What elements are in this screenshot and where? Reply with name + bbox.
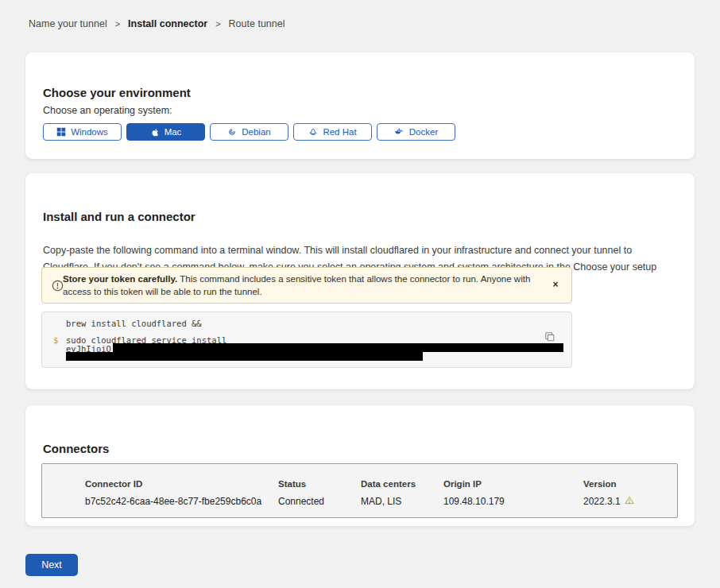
- header-version: Version: [583, 479, 617, 489]
- os-button-redhat[interactable]: Red Hat: [293, 123, 372, 141]
- os-button-debian[interactable]: Debian: [210, 123, 288, 141]
- connectors-table: Connector ID Status Data centers Origin …: [41, 463, 678, 518]
- os-button-mac[interactable]: Mac: [126, 123, 205, 141]
- token-warning-text: Store your token carefully. This command…: [63, 273, 544, 298]
- apple-icon: [150, 127, 160, 137]
- os-button-label: Red Hat: [323, 127, 356, 137]
- header-status: Status: [278, 479, 306, 489]
- redacted-token-bar: [66, 352, 423, 361]
- install-command-code-block: brew install cloudflared && $ sudo cloud…: [41, 311, 572, 368]
- header-data-centers: Data centers: [361, 479, 416, 489]
- origin-ip-value: 109.48.10.179: [443, 496, 505, 507]
- token-warning-title: Store your token carefully.: [63, 274, 177, 284]
- code-line-brew: brew install cloudflared &&: [66, 319, 202, 328]
- close-icon[interactable]: ×: [549, 278, 562, 291]
- os-button-label: Docker: [409, 127, 438, 137]
- version-number: 2022.3.1: [583, 496, 621, 507]
- breadcrumb-install-connector[interactable]: Install connector: [128, 18, 207, 29]
- status-badge: Connected: [278, 496, 324, 507]
- os-button-label: Mac: [165, 127, 182, 137]
- connectors-card: Connectors Connector ID Status Data cent…: [25, 405, 695, 526]
- header-origin-ip: Origin IP: [443, 479, 482, 489]
- alert-circle-icon: [52, 280, 64, 295]
- token-warning-banner: Store your token carefully. This command…: [41, 267, 572, 304]
- install-connector-card: Install and run a connector Copy-paste t…: [25, 173, 695, 389]
- install-card-title: Install and run a connector: [43, 210, 195, 223]
- os-button-docker[interactable]: Docker: [377, 123, 455, 141]
- copy-icon[interactable]: [543, 331, 557, 345]
- os-button-group: Windows Mac Debian Red Hat Docker: [43, 123, 455, 141]
- os-select-label: Choose an operating system:: [43, 105, 172, 116]
- header-connector-id: Connector ID: [85, 479, 142, 489]
- docker-icon: [394, 127, 405, 137]
- environment-card-title: Choose your environment: [43, 86, 191, 99]
- breadcrumb-route-tunnel[interactable]: Route tunnel: [229, 18, 285, 29]
- version-value: 2022.3.1: [583, 496, 634, 507]
- next-button[interactable]: Next: [25, 554, 78, 576]
- data-centers-value: MAD, LIS: [361, 496, 401, 507]
- redacted-token-bar: [113, 343, 563, 352]
- os-button-windows[interactable]: Windows: [43, 123, 122, 141]
- os-button-label: Windows: [71, 127, 108, 137]
- os-button-label: Debian: [242, 127, 270, 137]
- debian-icon: [227, 127, 237, 137]
- breadcrumb: Name your tunnel > Install connector > R…: [29, 18, 285, 29]
- breadcrumb-separator: >: [215, 19, 220, 29]
- redhat-icon: [308, 127, 318, 137]
- shell-prompt: $: [53, 335, 58, 345]
- warning-triangle-icon: [625, 496, 634, 507]
- connector-id-value: b7c52c42-6caa-48ee-8c77-fbe259cb6c0a: [85, 496, 261, 507]
- windows-icon: [56, 127, 66, 137]
- connectors-card-title: Connectors: [43, 442, 109, 455]
- breadcrumb-separator: >: [115, 19, 120, 29]
- choose-environment-card: Choose your environment Choose an operat…: [25, 52, 695, 159]
- breadcrumb-name-your-tunnel[interactable]: Name your tunnel: [29, 18, 107, 29]
